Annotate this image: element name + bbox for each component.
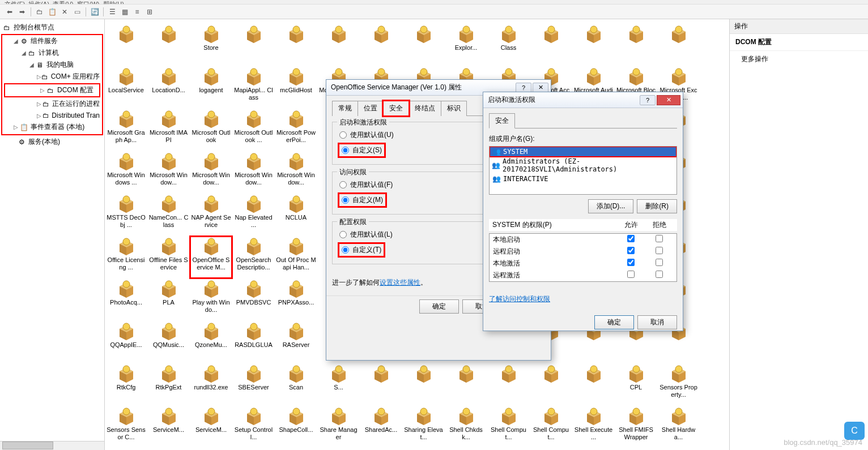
dcom-item[interactable] [105, 24, 147, 66]
dcom-item[interactable]: Sharing Elevat... [402, 406, 445, 448]
add-button[interactable]: 添加(D)... [588, 199, 634, 213]
dcom-item[interactable] [402, 363, 445, 406]
forward-icon[interactable]: ➡ [17, 7, 27, 17]
tree-event-viewer[interactable]: ▷📋事件查看器 (本地) [2, 121, 102, 133]
learn-link[interactable]: 了解访问控制和权限 [489, 295, 550, 303]
dcom-item[interactable]: Share Manager [317, 406, 360, 448]
expand-icon[interactable]: ▷ [36, 101, 42, 107]
view4-icon[interactable]: ⊞ [144, 7, 155, 17]
dcom-item[interactable]: Play with Windo... [190, 278, 232, 321]
deny-checkbox[interactable] [656, 247, 663, 254]
dcom-item[interactable]: Microsoft IMAPI [147, 109, 190, 151]
tab-general[interactable]: 常规 [332, 101, 358, 116]
deny-checkbox[interactable] [656, 271, 663, 278]
allow-checkbox[interactable] [627, 235, 635, 242]
view2-icon[interactable]: ▦ [120, 7, 130, 17]
dcom-item[interactable]: Nap Elevated ... [232, 194, 275, 236]
dcom-item[interactable]: PNPXAsso... [275, 278, 317, 321]
ok-button[interactable]: 确定 [419, 299, 459, 314]
dcom-item[interactable]: Office Licensing ... [105, 236, 147, 278]
actions-more[interactable]: 更多操作 [730, 51, 868, 67]
dcom-item[interactable] [232, 24, 275, 66]
expand-icon[interactable]: ▷ [39, 87, 46, 93]
scrollbar-h[interactable] [0, 441, 104, 450]
dcom-item[interactable]: Explor... [445, 24, 487, 66]
dcom-item[interactable]: ServiceM... [147, 406, 190, 448]
dcom-item[interactable] [657, 24, 700, 66]
tree-my-computer[interactable]: ◢🖥我的电脑 [2, 59, 102, 71]
dcom-item[interactable]: RAServer [275, 321, 317, 363]
dialog-title-bar[interactable]: 启动和激活权限 ? ✕ [483, 92, 683, 108]
refresh-icon[interactable]: 🔄 [90, 7, 100, 17]
tree-services[interactable]: ⚙服务(本地) [0, 136, 104, 148]
allow-checkbox[interactable] [627, 247, 635, 254]
help-button[interactable]: ? [640, 95, 656, 105]
dcom-item[interactable]: Shell Chkdsk... [445, 406, 487, 448]
radio-custom-config[interactable]: 自定义(T) [339, 244, 384, 256]
dcom-item[interactable]: QQMusic... [147, 321, 190, 363]
dcom-item[interactable] [530, 24, 572, 66]
radio-custom-access[interactable]: 自定义(M) [339, 194, 385, 206]
expand-icon[interactable]: ◢ [28, 62, 35, 68]
tab-endpoints[interactable]: 终结点 [409, 101, 441, 116]
dcom-item[interactable]: Microsoft Graph Ap... [105, 109, 147, 151]
allow-checkbox[interactable] [627, 259, 635, 266]
expand-icon[interactable]: ◢ [20, 50, 27, 56]
dcom-item[interactable]: OpenOffice Service M... [190, 236, 232, 278]
allow-checkbox[interactable] [627, 271, 635, 278]
dcom-item[interactable]: Microsoft Outlook ... [232, 109, 275, 151]
tree-running[interactable]: ▷🗀正在运行的进程 [2, 98, 102, 110]
dcom-item[interactable]: Microsoft Outlook [190, 109, 232, 151]
dcom-item[interactable] [360, 363, 402, 406]
deny-checkbox[interactable] [656, 235, 663, 242]
dcom-item[interactable] [402, 24, 445, 66]
dcom-item[interactable] [487, 363, 530, 406]
dcom-item[interactable]: RtkPgExt [147, 363, 190, 406]
dcom-item[interactable]: Microsoft PowerPoi... [275, 109, 317, 151]
dcom-item[interactable] [572, 363, 615, 406]
help-bubble-icon[interactable]: C [844, 422, 865, 440]
dcom-item[interactable] [147, 24, 190, 66]
close-button[interactable]: ✕ [657, 95, 680, 105]
tree-com-apps[interactable]: ▷🗀COM+ 应用程序 [2, 71, 102, 83]
ok-button[interactable]: 确定 [594, 315, 634, 329]
tree-root[interactable]: 🗀控制台根节点 [0, 22, 104, 33]
dcom-item[interactable]: Setup Controll... [232, 406, 275, 448]
dcom-item[interactable]: rundll32.exe [190, 363, 232, 406]
dcom-item[interactable]: Shell Comput... [530, 406, 572, 448]
user-row[interactable]: 👥Administrators (EZ-20170218SVLI\Adminis… [490, 157, 676, 174]
back-icon[interactable]: ⬅ [5, 7, 15, 17]
cut-icon[interactable]: 📋 [47, 7, 57, 17]
dcom-item[interactable]: Microsoft Window... [232, 151, 275, 194]
radio-custom-launch[interactable]: 自定义(S) [339, 144, 384, 156]
dcom-item[interactable]: Sensors Sensor C... [105, 406, 147, 448]
dcom-item[interactable]: Shell FMIFS Wrapper [615, 406, 657, 448]
dcom-item[interactable] [615, 24, 657, 66]
dcom-item[interactable]: Microsoft Window... [147, 151, 190, 194]
dcom-item[interactable]: Shell Comput... [487, 406, 530, 448]
remove-button[interactable]: 删除(R) [637, 199, 677, 213]
users-listbox[interactable]: 👥SYSTEM👥Administrators (EZ-20170218SVLI\… [489, 146, 677, 195]
tree-computers[interactable]: ◢🗀计算机 [2, 47, 102, 59]
dcom-item[interactable]: QQAppIE... [105, 321, 147, 363]
dcom-item[interactable]: PMVDBSVC [232, 278, 275, 321]
dcom-item[interactable]: Microsoft Window... [190, 151, 232, 194]
up-icon[interactable]: 🗀 [35, 7, 45, 17]
dcom-item[interactable] [317, 24, 360, 66]
dcom-item[interactable]: Store [190, 24, 232, 66]
dcom-item[interactable]: Offline Files Service [147, 236, 190, 278]
dcom-item[interactable]: Shell Execute ... [572, 406, 615, 448]
dcom-item[interactable]: NAP Agent Service [190, 194, 232, 236]
dcom-item[interactable]: ServiceM... [190, 406, 232, 448]
dcom-item[interactable]: Class [487, 24, 530, 66]
dcom-item[interactable] [572, 24, 615, 66]
delete-icon[interactable]: ✕ [59, 7, 70, 17]
dcom-item[interactable]: PLA [147, 278, 190, 321]
dcom-item[interactable] [530, 363, 572, 406]
dcom-item[interactable]: RASDLGLUA [232, 321, 275, 363]
dcom-item[interactable]: Microsoft Windows ... [105, 151, 147, 194]
tree-comp-services[interactable]: ◢⚙组件服务 [2, 35, 102, 47]
dcom-item[interactable]: LocalService [105, 66, 147, 109]
expand-icon[interactable]: ▷ [12, 124, 19, 130]
cancel-button[interactable]: 取消 [637, 315, 677, 329]
